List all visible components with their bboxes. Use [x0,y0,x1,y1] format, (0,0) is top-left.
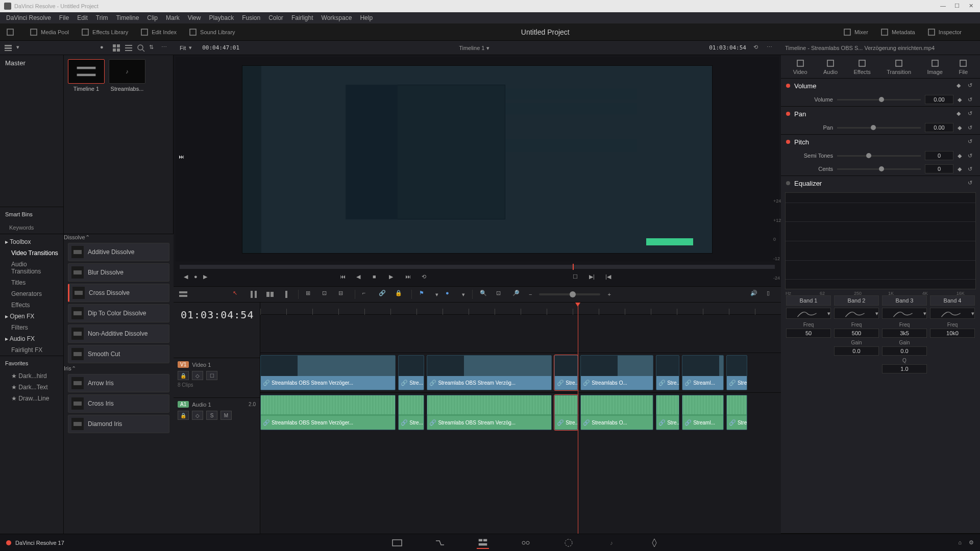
menu-item[interactable]: Fairlight [287,14,317,21]
keyframe-icon[interactable]: ◆ [957,110,964,117]
band-freq[interactable]: 500 [834,329,879,338]
menu-item[interactable]: Fusion [238,14,264,21]
audio-clip[interactable]: 🔗Streamlabs OBS Stream Verzög... [427,395,552,430]
record-dot-icon[interactable]: ● [100,44,108,52]
chevron-down-icon[interactable]: ▾ [189,44,192,51]
reset-icon[interactable]: ↺ [968,138,975,145]
insert-icon[interactable]: ⊞ [306,290,315,299]
dynamic-trim-icon[interactable] [265,290,275,299]
keyframe-icon[interactable]: ◆ [958,124,964,131]
deliver-page-icon[interactable] [648,537,660,549]
chevron-down-icon[interactable]: ▾ [435,291,438,298]
fx-item[interactable]: Arrow Iris [68,374,169,392]
next-edit-icon[interactable]: ▶| [589,273,598,283]
match-frame-icon[interactable]: ☐ [573,273,582,283]
blade-tool-icon[interactable] [282,290,291,299]
inspector-tab-effects[interactable]: Effects [853,59,870,75]
eq-band[interactable]: Band 2 ▾Freq500Gain0.0 [834,295,879,375]
track-tag[interactable]: A1 [178,401,189,408]
flag-icon[interactable]: ⚑ [419,290,428,299]
section-enable-dot[interactable] [786,140,790,144]
fusion-page-icon[interactable] [520,537,532,549]
zoom-fit-icon[interactable]: ⊡ [496,290,505,299]
menu-item[interactable]: Playback [205,14,238,21]
zoom-in-icon[interactable]: + [607,291,610,297]
fx-item[interactable]: Smooth Cut [68,345,169,363]
timeline-ruler[interactable] [260,303,781,315]
viewer-canvas[interactable]: ⏭ [176,57,779,262]
lock-track-icon[interactable]: 🔒 [178,371,189,380]
mark-in-icon[interactable]: ◀ [184,273,193,283]
menu-item[interactable]: Edit [73,14,92,21]
mute-button[interactable]: M [220,411,232,420]
marker-icon[interactable]: ● [446,290,455,299]
eq-graph[interactable]: +24+24+12+1200-12-12-24-24Hz622501K4K16K [785,192,976,289]
fit-dropdown[interactable]: Fit [180,45,186,51]
fx-item[interactable]: Cross Dissolve [68,284,169,302]
video-clip[interactable]: 🔗Streamlabs OBS Stream Verzög... [427,355,552,390]
fx-tree-node[interactable]: ▸ Open FX [0,311,63,322]
section-enable-dot[interactable] [786,112,790,116]
lock-track-icon[interactable]: 🔒 [178,411,189,420]
close-icon[interactable]: ✕ [969,3,976,10]
skip-next-icon[interactable]: ⏭ [179,154,184,160]
fx-tree-node[interactable]: Video Transitions [0,247,63,259]
eq-band[interactable]: Band 4 ▾Freq10k0 [930,295,975,375]
band-shape-dropdown[interactable]: ▾ [834,308,879,319]
fx-tree-node[interactable]: Audio Transitions [0,259,63,277]
fx-item[interactable]: Non-Additive Dissolve [68,324,169,343]
timeline-name[interactable]: Timeline 1 [459,45,484,51]
section-header[interactable]: Equalizer [794,180,964,187]
favorites-header[interactable]: Favorites [0,356,63,370]
audio-track[interactable]: 🔗Streamlabs OBS Stream Verzöger...🔗Stre.… [260,392,781,432]
effects-library-button[interactable]: Effects Library [81,28,128,36]
panel-left-button[interactable] [6,28,17,36]
chevron-down-icon[interactable]: ▾ [462,291,465,298]
fx-tree-node[interactable]: ▸ Toolbox [0,236,63,247]
timeline-view-icon[interactable] [179,290,188,299]
video-clip[interactable]: 🔗Streamlabs O... [580,355,653,390]
favorite-item[interactable]: ★ Dark...hird [0,370,63,382]
mark-out-icon[interactable]: ▶ [203,273,212,283]
zoom-out-icon[interactable]: − [529,291,532,297]
viewer-scrubber[interactable] [180,265,775,269]
playhead[interactable] [578,303,578,534]
loop-icon[interactable]: ⟲ [753,44,762,52]
menu-item[interactable]: Workspace [317,14,356,21]
band-shape-dropdown[interactable]: ▾ [786,308,831,319]
link-icon[interactable]: 🔗 [379,290,388,299]
chevron-down-icon[interactable]: ▾ [486,45,489,51]
volume-slider[interactable] [837,99,921,101]
favorite-item[interactable]: ★ Dark...Text [0,382,63,393]
fx-item[interactable]: Additive Dissolve [68,243,169,261]
section-header[interactable]: Pan [794,110,952,118]
video-clip[interactable]: 🔗Streaml... [682,355,724,390]
keyframe-icon[interactable]: ◆ [958,166,964,172]
cut-page-icon[interactable] [434,537,446,549]
maximize-icon[interactable]: ☐ [954,3,962,10]
reset-icon[interactable]: ↺ [968,82,975,89]
pitch-value[interactable]: 0 [925,151,953,160]
band-q[interactable]: 1.0 [882,364,927,373]
band-shape-dropdown[interactable]: ▾ [930,308,975,319]
eq-band[interactable]: Band 3 ▾Freq3k5Gain0.0Q1.0 [882,295,927,375]
inspector-tab-transition[interactable]: Transition [887,59,911,75]
pitch-value[interactable]: 0 [925,164,953,173]
fx-group-header[interactable]: Dissolve⌃ [64,234,174,241]
disable-track-icon[interactable]: ☐ [206,371,217,380]
pitch-slider[interactable] [837,155,921,157]
zoom-slider[interactable] [539,293,600,295]
sort-icon[interactable]: ⇅ [149,44,157,52]
menu-item[interactable]: Timeline [112,14,143,21]
fx-tree-node[interactable]: Effects [0,299,63,311]
media-thumbnail[interactable]: Timeline 1 [68,59,105,92]
section-header[interactable]: Volume [794,82,952,90]
zoom-detail-icon[interactable]: 🔎 [512,290,522,299]
fx-tree-node[interactable]: Fairlight FX [0,344,63,356]
snap-icon[interactable]: ⌐ [362,290,372,299]
audio-clip[interactable]: 🔗Streamlabs OBS Stream Verzöger... [260,395,396,430]
mark-dot-icon[interactable]: ● [194,273,203,283]
section-enable-dot[interactable] [786,84,790,88]
search-icon[interactable] [137,44,145,52]
go-end-icon[interactable]: ⏭ [405,273,414,283]
